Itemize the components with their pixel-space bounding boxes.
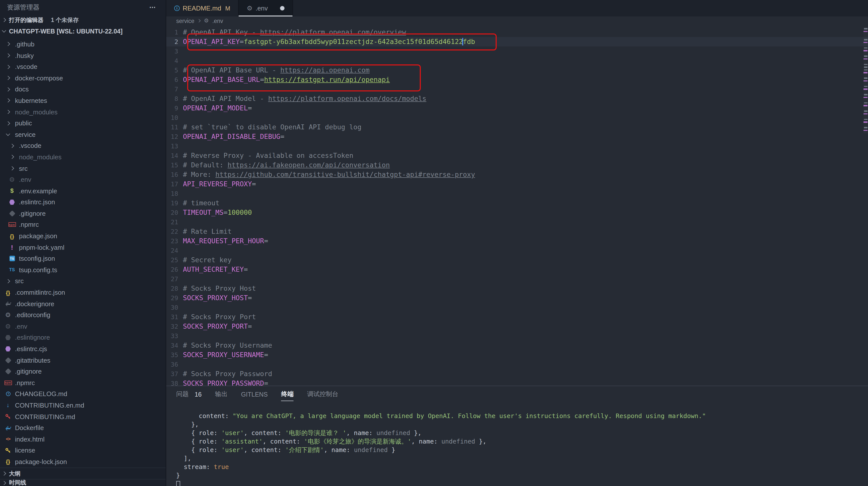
line-number[interactable]: 31 <box>169 313 178 320</box>
line-number[interactable]: 7 <box>169 85 178 93</box>
editor-line-23[interactable]: 23MAX_REQUEST_PER_HOUR= <box>166 236 868 246</box>
editor-line-31[interactable]: 31# Socks Proxy Port <box>166 312 868 321</box>
section-outline[interactable]: 大纲 <box>0 467 166 479</box>
tree-item-pnpm-lock.yaml[interactable]: pnpm-lock.yaml <box>0 242 166 253</box>
line-number[interactable]: 37 <box>169 370 178 377</box>
section-open-editors[interactable]: 打开的编辑器 1 个未保存 <box>0 15 166 26</box>
editor-line-12[interactable]: 12OPENAI_API_DISABLE_DEBUG= <box>166 132 868 141</box>
line-number[interactable]: 30 <box>169 304 178 311</box>
tree-item-.eslintrc.cjs[interactable]: .eslintrc.cjs <box>0 343 166 354</box>
tree-item-docs[interactable]: docs <box>0 84 166 95</box>
line-number[interactable]: 13 <box>169 142 178 150</box>
tree-item-CONTRIBUTING.en.md[interactable]: CONTRIBUTING.en.md <box>0 400 166 411</box>
editor-line-19[interactable]: 19# timeout <box>166 198 868 207</box>
line-number[interactable]: 25 <box>169 256 178 263</box>
line-number[interactable]: 35 <box>169 351 178 359</box>
editor-line-13[interactable]: 13 <box>166 141 868 151</box>
line-number[interactable]: 36 <box>169 361 178 368</box>
tree-item-.npmrc[interactable]: .npmrc <box>0 219 166 230</box>
line-number[interactable]: 8 <box>169 95 178 102</box>
line-number[interactable]: 15 <box>169 161 178 169</box>
line-number[interactable]: 27 <box>169 275 178 282</box>
line-number[interactable]: 5 <box>169 66 178 74</box>
tree-item-node_modules[interactable]: node_modules <box>0 106 166 118</box>
editor-line-21[interactable]: 21 <box>166 217 868 227</box>
line-number[interactable]: 16 <box>169 171 178 178</box>
code-editor[interactable]: 1# OpenAI API Key - https://platform.ope… <box>166 25 868 385</box>
editor-line-32[interactable]: 32SOCKS_PROXY_PORT= <box>166 321 868 331</box>
line-number[interactable]: 11 <box>169 123 178 131</box>
tree-item-.gitattributes[interactable]: .gitattributes <box>0 355 166 366</box>
panel-tab-输出[interactable]: 输出 <box>215 386 227 403</box>
tree-item-license[interactable]: license <box>0 445 166 456</box>
editor-line-33[interactable]: 33 <box>166 331 868 340</box>
editor-line-22[interactable]: 22# Rate Limit <box>166 227 868 236</box>
tree-item-.eslintignore[interactable]: .eslintignore <box>0 332 166 343</box>
tree-item-.vscode[interactable]: .vscode <box>0 61 166 73</box>
tree-item-src[interactable]: src <box>0 163 166 174</box>
tree-item-.env[interactable]: .env <box>0 174 166 185</box>
editor-line-3[interactable]: 3 <box>166 46 868 56</box>
tree-item-CONTRIBUTING.md[interactable]: CONTRIBUTING.md <box>0 411 166 422</box>
breadcrumb-file[interactable]: .env <box>212 18 223 24</box>
editor-line-7[interactable]: 7 <box>166 84 868 94</box>
tree-item-.gitignore[interactable]: .gitignore <box>0 208 166 219</box>
line-number[interactable]: 20 <box>169 208 178 216</box>
editor-line-25[interactable]: 25# Secret key <box>166 255 868 264</box>
tree-item-.commitlintrc.json[interactable]: .commitlintrc.json <box>0 287 166 298</box>
tree-item-kubernetes[interactable]: kubernetes <box>0 95 166 106</box>
tree-item-.env.example[interactable]: .env.example <box>0 185 166 197</box>
editor-line-5[interactable]: 5# OpenAI API Base URL - https://api.ope… <box>166 65 868 75</box>
tree-item-.github[interactable]: .github <box>0 38 166 50</box>
editor-line-14[interactable]: 14# Reverse Proxy - Available on accessT… <box>166 151 868 160</box>
line-number[interactable]: 22 <box>169 228 178 235</box>
tree-item-src[interactable]: src <box>0 276 166 287</box>
editor-line-34[interactable]: 34# Socks Proxy Username <box>166 340 868 350</box>
line-number[interactable]: 18 <box>169 190 178 197</box>
tree-item-tsconfig.json[interactable]: tsconfig.json <box>0 253 166 264</box>
editor-line-35[interactable]: 35SOCKS_PROXY_USERNAME= <box>166 350 868 360</box>
terminal-output[interactable]: content: "You are ChatGPT, a large langu… <box>166 403 868 486</box>
breadcrumb-folder[interactable]: service <box>176 18 194 24</box>
line-number[interactable]: 32 <box>169 322 178 330</box>
tree-item-.eslintrc.json[interactable]: .eslintrc.json <box>0 197 166 208</box>
editor-line-36[interactable]: 36 <box>166 360 868 369</box>
editor-line-29[interactable]: 29SOCKS_PROXY_HOST= <box>166 293 868 303</box>
panel-tab-问题[interactable]: 问题16 <box>176 386 202 403</box>
editor-line-15[interactable]: 15# Default: https://ai.fakeopen.com/api… <box>166 160 868 170</box>
editor-line-6[interactable]: 6OPENAI_API_BASE_URL=https://fastgpt.run… <box>166 75 868 84</box>
line-number[interactable]: 21 <box>169 218 178 226</box>
editor-line-28[interactable]: 28# Socks Proxy Host <box>166 283 868 293</box>
more-actions-icon[interactable]: ⋯ <box>149 3 157 11</box>
tree-item-package.json[interactable]: package.json <box>0 230 166 242</box>
editor-line-10[interactable]: 10 <box>166 113 868 122</box>
line-number[interactable]: 2 <box>169 38 178 45</box>
editor-line-11[interactable]: 11# set `true` to disable OpenAI API deb… <box>166 122 868 132</box>
line-number[interactable]: 6 <box>169 76 178 83</box>
line-number[interactable]: 10 <box>169 114 178 121</box>
tab-env[interactable]: .env <box>239 0 293 17</box>
line-number[interactable]: 24 <box>169 247 178 254</box>
line-number[interactable]: 17 <box>169 180 178 188</box>
tree-item-index.html[interactable]: index.html <box>0 433 166 445</box>
editor-line-4[interactable]: 4 <box>166 56 868 65</box>
editor-line-1[interactable]: 1# OpenAI API Key - https://platform.ope… <box>166 27 868 37</box>
unsaved-dot-icon[interactable] <box>280 6 284 10</box>
line-number[interactable]: 3 <box>169 47 178 55</box>
editor-line-37[interactable]: 37# Socks Proxy Password <box>166 369 868 378</box>
panel-tab-终端[interactable]: 终端 <box>281 386 294 403</box>
tree-item-docker-compose[interactable]: docker-compose <box>0 73 166 84</box>
editor-line-38[interactable]: 38SOCKS_PROXY_PASSWORD= <box>166 378 868 385</box>
tree-item-.vscode[interactable]: .vscode <box>0 140 166 151</box>
editor-line-18[interactable]: 18 <box>166 189 868 198</box>
line-number[interactable]: 9 <box>169 104 178 112</box>
line-number[interactable]: 28 <box>169 284 178 292</box>
tree-item-package-lock.json[interactable]: package-lock.json <box>0 456 166 467</box>
tree-item-.npmrc[interactable]: .npmrc <box>0 377 166 388</box>
editor-line-24[interactable]: 24 <box>166 246 868 255</box>
minimap[interactable] <box>864 27 868 133</box>
editor-line-26[interactable]: 26AUTH_SECRET_KEY= <box>166 264 868 274</box>
tree-item-CHANGELOG.md[interactable]: CHANGELOG.md <box>0 388 166 400</box>
line-number[interactable]: 23 <box>169 237 178 245</box>
tree-item-public[interactable]: public <box>0 118 166 129</box>
